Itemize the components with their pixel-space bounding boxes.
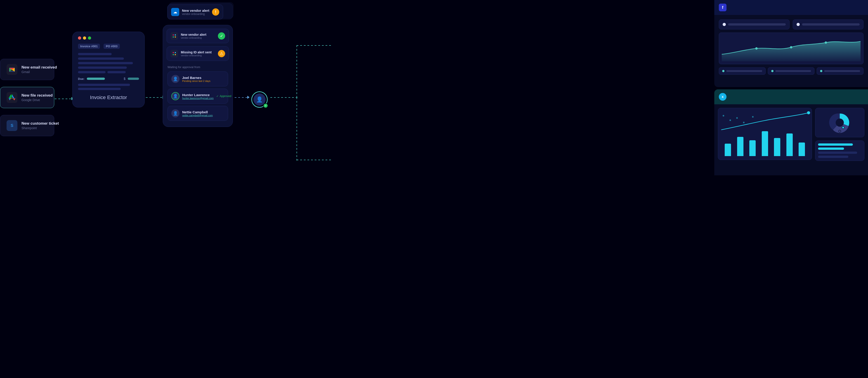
approver-row-joel[interactable]: 👤 Joel Barnes Pending since last 2 days (167, 71, 228, 86)
svg-point-14 (836, 119, 844, 127)
bar-2 (737, 137, 743, 156)
inv-line-5 (78, 71, 105, 73)
invoice-footer-lines (78, 84, 139, 90)
form-field-2[interactable] (793, 20, 864, 29)
workflow-item-missing-id[interactable]: Missing ID alert sent vendor-onboarding … (166, 47, 229, 61)
xero-right-col (815, 108, 864, 161)
pie-chart-svg (829, 111, 851, 134)
inv-line-4 (78, 66, 127, 69)
gmail-card-text: New email received Gmail (22, 65, 57, 74)
field-line-2 (802, 23, 860, 26)
sharepoint-title: New customer ticket (22, 121, 59, 126)
gdrive-subtitle: Google Drive (22, 98, 53, 102)
approver-info-joel: Joel Barnes Pending since last 2 days (182, 76, 211, 82)
arrow-workflow-avatar (247, 96, 250, 99)
bar-6 (786, 134, 793, 156)
approver-row-nettie[interactable]: 👤 Nettie Campbell nettie.campbell@gmail.… (167, 106, 228, 121)
due-bar (87, 78, 105, 80)
form-fields-row-1 (719, 20, 864, 29)
svg-rect-2 (175, 34, 176, 35)
due-amount (128, 78, 139, 80)
mini-line-2 (818, 147, 844, 150)
mini-line-3 (818, 151, 857, 154)
joel-status: Pending since last 2 days (182, 80, 211, 82)
approver-info-nettie: Nettie Campbell nettie.campbell@gmail.co… (182, 110, 213, 117)
bar-4 (762, 131, 768, 156)
sharepoint-icon-wrap: S (6, 120, 18, 131)
typeform-chart-svg (722, 35, 861, 61)
cb-dot-3 (820, 70, 822, 72)
invoice-card-inner: Invoice #001 PO #003 Due: $ (78, 36, 139, 90)
slack-icon-2 (170, 50, 178, 57)
triggers-panel: New email received Gmail New file receiv… (0, 59, 54, 136)
vendor-alert-badge: ! (212, 8, 219, 16)
xero-content (714, 104, 868, 165)
connector-workflow-avatar (235, 97, 248, 98)
svg-rect-7 (173, 54, 174, 55)
gdrive-trigger-card[interactable]: New file received Google Drive (0, 87, 54, 108)
form-field-1[interactable] (719, 20, 789, 29)
approval-label: Waiting for approval from (167, 65, 228, 69)
gmail-trigger-card[interactable]: New email received Gmail (0, 59, 54, 80)
vendor-alert-floating: ☁ New vendor alert vendor-onboarding ! (167, 4, 223, 20)
approver-row-hunter[interactable]: 👤 Hunter Lawrence hunter.lawrence@gmail.… (167, 89, 228, 104)
approver-avatar-nettie: 👤 (171, 109, 180, 117)
approver-avatar-hunter: 👤 (171, 92, 180, 100)
xero-pie-card (815, 108, 864, 137)
cb-line-3 (824, 70, 860, 72)
workflow-missing-text: Missing ID alert sent vendor-onboarding (181, 51, 212, 57)
mini-line-1 (818, 143, 853, 146)
cb-line-2 (775, 70, 811, 72)
svg-rect-1 (173, 34, 174, 35)
svg-point-11 (825, 41, 827, 43)
approved-check: ✓ (216, 94, 219, 98)
sharepoint-card-text: New customer ticket Sharepoint (22, 121, 59, 130)
gdrive-icon-wrap (6, 92, 18, 103)
connector-gdrive-invoice (55, 98, 72, 99)
vendor-alert-text: New vendor alert vendor-onboarding (182, 8, 209, 16)
typeform-panel: f (714, 0, 868, 87)
svg-point-10 (790, 46, 792, 49)
vendor-success-badge: ✓ (218, 32, 225, 39)
connector-invoice-workflow (146, 97, 163, 98)
gmail-icon-wrap (6, 64, 18, 75)
inv-line-6 (107, 71, 126, 73)
xero-panel: x (714, 89, 868, 175)
bar-3 (749, 140, 756, 156)
workflow-item-vendor-alert[interactable]: New vendor alert vendor-onboarding ✓ (166, 29, 229, 43)
missing-warn-badge: ⚠ (218, 50, 225, 57)
invoice-window-dots (78, 36, 139, 39)
svg-rect-6 (175, 52, 176, 53)
cb-dot-2 (771, 70, 774, 72)
center-avatar: 👤 ✓ (250, 90, 269, 109)
invoice-extractor-title: Invoice Extractor (72, 94, 145, 100)
invoice-extractor-card: Invoice #001 PO #003 Due: $ Invoice Extr… (72, 32, 145, 108)
xero-icon: x (719, 93, 726, 101)
inv-line-3 (78, 62, 133, 64)
cb-line-1 (726, 70, 762, 72)
approver-info-hunter: Hunter Lawrence hunter.lawrence@gmail.co… (182, 93, 214, 99)
nettie-name: Nettie Campbell (182, 110, 213, 114)
svg-rect-3 (173, 36, 174, 37)
bar-1 (725, 144, 731, 156)
bottom-item-2 (768, 67, 815, 75)
gmail-subtitle: Gmail (22, 70, 57, 74)
salesforce-icon: ☁ (171, 8, 179, 16)
bar-7 (799, 143, 805, 156)
svg-point-15 (842, 126, 844, 129)
dot-red (78, 36, 81, 39)
workflow-main-card: New vendor alert vendor-onboarding ✓ Mis… (163, 25, 233, 127)
sharepoint-trigger-card[interactable]: S New customer ticket Sharepoint (0, 115, 54, 136)
field-dot-2 (797, 23, 800, 26)
inv-line-2 (78, 57, 124, 60)
gdrive-card-text: New file received Google Drive (22, 93, 53, 102)
field-line-1 (728, 23, 786, 26)
workflow-missing-title: Missing ID alert sent (181, 51, 212, 54)
hunter-name: Hunter Lawrence (182, 93, 214, 97)
mini-line-4 (818, 156, 848, 158)
typeform-chart-area (719, 33, 864, 64)
cb-dot-1 (722, 70, 724, 72)
xero-bar-chart (718, 108, 812, 160)
field-dot-1 (723, 23, 726, 26)
svg-rect-8 (175, 54, 176, 55)
